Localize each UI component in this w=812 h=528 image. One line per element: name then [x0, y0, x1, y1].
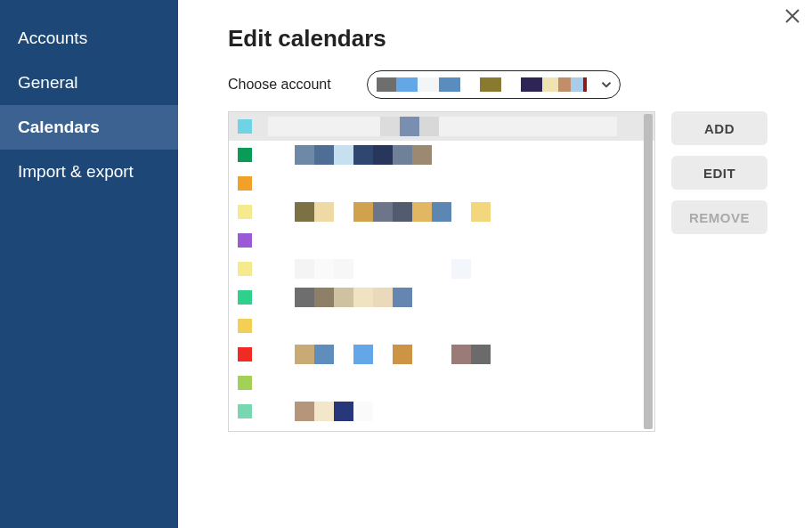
calendar-row[interactable]: [229, 312, 654, 340]
calendar-name-redacted: [268, 402, 373, 421]
calendar-color-swatch: [238, 376, 252, 390]
sidebar-item-import-export[interactable]: Import & export: [0, 150, 178, 194]
choose-account-row: Choose account: [228, 70, 776, 99]
calendar-name-redacted: [268, 202, 491, 222]
edit-button[interactable]: EDIT: [671, 156, 767, 190]
calendar-row[interactable]: [229, 198, 654, 226]
calendar-name-redacted: [268, 145, 432, 165]
scrollbar[interactable]: [644, 114, 653, 429]
calendar-color-swatch: [238, 319, 252, 333]
calendar-name-redacted: [268, 117, 617, 136]
page-title: Edit calendars: [228, 25, 776, 53]
account-chip: [418, 77, 439, 92]
calendar-color-swatch: [238, 347, 252, 361]
calendar-name-redacted: [268, 345, 491, 364]
calendar-list[interactable]: [228, 111, 655, 432]
account-chip: [571, 77, 583, 92]
calendar-row[interactable]: [229, 226, 654, 255]
calendar-row[interactable]: [229, 369, 654, 397]
sidebar-item-accounts[interactable]: Accounts: [0, 16, 178, 61]
calendar-color-swatch: [238, 404, 252, 418]
account-chip: [583, 77, 587, 92]
calendar-row[interactable]: [229, 141, 654, 169]
account-chip: [542, 77, 558, 92]
close-icon: [782, 5, 803, 27]
calendar-color-swatch: [238, 119, 252, 134]
action-buttons: ADD EDIT REMOVE: [671, 111, 767, 234]
add-button[interactable]: ADD: [671, 111, 767, 145]
account-chip: [396, 77, 418, 92]
account-chip: [521, 77, 542, 92]
account-chip: [480, 77, 501, 92]
calendar-row[interactable]: [229, 397, 654, 426]
calendar-color-swatch: [238, 148, 252, 162]
main-panel: Edit calendars Choose account ADD EDIT R…: [178, 0, 812, 528]
calendar-row[interactable]: [229, 255, 654, 283]
calendar-row[interactable]: [229, 283, 654, 312]
calendar-color-swatch: [238, 176, 252, 191]
sidebar-item-calendars[interactable]: Calendars: [0, 105, 178, 150]
calendar-color-swatch: [238, 233, 252, 248]
account-chip: [501, 77, 521, 92]
remove-button: REMOVE: [671, 200, 767, 234]
sidebar: Accounts General Calendars Import & expo…: [0, 0, 178, 528]
account-chip: [460, 77, 480, 92]
account-select[interactable]: [367, 70, 621, 99]
account-chip: [558, 77, 571, 92]
calendar-row[interactable]: [229, 426, 654, 431]
calendar-row[interactable]: [229, 340, 654, 369]
calendar-color-swatch: [238, 205, 252, 219]
calendar-color-swatch: [238, 262, 252, 276]
calendar-name-redacted: [268, 288, 412, 307]
account-chip: [439, 77, 460, 92]
account-select-value: [377, 77, 587, 92]
sidebar-item-general[interactable]: General: [0, 61, 178, 105]
chevron-down-icon: [598, 77, 614, 93]
calendar-row[interactable]: [229, 169, 654, 198]
calendar-color-swatch: [238, 290, 252, 305]
calendar-name-redacted: [268, 259, 471, 279]
calendar-row[interactable]: [229, 112, 654, 141]
close-button[interactable]: [782, 5, 803, 27]
account-chip: [377, 77, 396, 92]
choose-account-label: Choose account: [228, 77, 331, 93]
